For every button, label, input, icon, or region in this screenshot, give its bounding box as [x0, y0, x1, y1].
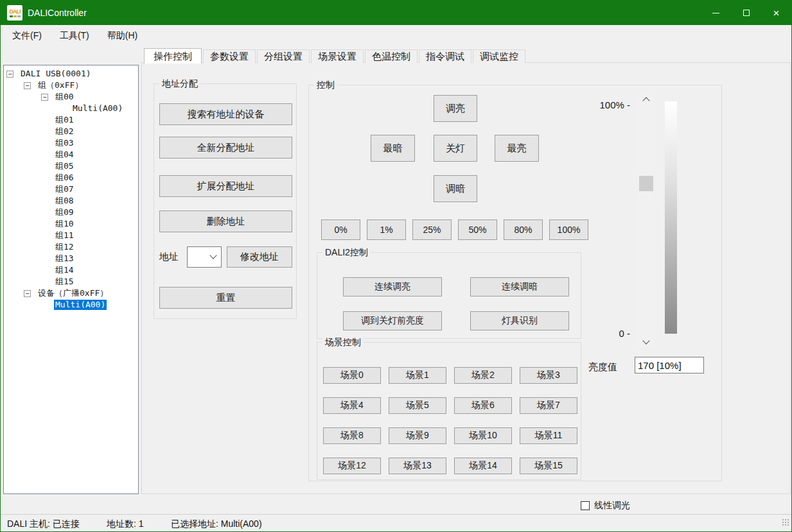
tree-item[interactable]: − Multi(A00): [4, 299, 138, 311]
extend-assign-address-button[interactable]: 扩展分配地址: [159, 175, 292, 197]
tree-item[interactable]: − 组10: [4, 218, 138, 230]
tree-item-label[interactable]: Multi(A00): [71, 103, 124, 114]
scene-button[interactable]: 场景6: [454, 397, 512, 414]
scene-button[interactable]: 场景4: [323, 397, 381, 414]
lamp-off-button[interactable]: 关灯: [434, 135, 477, 162]
tree-item[interactable]: − DALI USB(0001): [4, 68, 138, 80]
tree-item-label[interactable]: 设备（广播0xFF）: [37, 288, 109, 298]
tree-item[interactable]: − 组（0xFF）: [4, 80, 138, 91]
delete-address-button[interactable]: 删除地址: [159, 210, 292, 232]
tree-item-label[interactable]: 组15: [54, 277, 75, 287]
tree-collapse-icon[interactable]: −: [24, 82, 31, 89]
scene-button[interactable]: 场景11: [520, 427, 577, 444]
tab[interactable]: 场景设置: [311, 49, 364, 63]
tree-item-label[interactable]: Multi(A00): [54, 300, 107, 310]
tree-item-label[interactable]: DALI USB(0001): [19, 69, 92, 79]
tree-item[interactable]: − 组15: [4, 276, 138, 287]
tree-item[interactable]: − 组04: [4, 149, 138, 160]
scene-button[interactable]: 场景1: [389, 367, 446, 384]
scene-button[interactable]: 场景15: [520, 458, 577, 474]
tree-item[interactable]: − 组12: [4, 241, 138, 253]
scene-button[interactable]: 场景3: [520, 367, 577, 384]
scrollbar-thumb[interactable]: [639, 176, 653, 191]
tree-item-label[interactable]: 组08: [54, 196, 75, 206]
scroll-down-button[interactable]: [638, 336, 655, 347]
reset-button[interactable]: 重置: [159, 287, 292, 309]
tree-item-label[interactable]: 组03: [54, 138, 75, 148]
tree-item-label[interactable]: 组02: [54, 126, 75, 137]
scene-button[interactable]: 场景13: [389, 458, 446, 474]
tree-item[interactable]: − 组11: [4, 230, 138, 241]
tree-item[interactable]: − 组13: [4, 253, 138, 264]
brightness-scrollbar[interactable]: [638, 94, 655, 347]
percent-button[interactable]: 100%: [549, 219, 588, 240]
tree-item[interactable]: − 组05: [4, 160, 138, 172]
scene-button[interactable]: 场景9: [389, 427, 446, 444]
tree-item-label[interactable]: 组13: [54, 253, 75, 264]
tree-item[interactable]: − 组08: [4, 195, 138, 207]
scene-button[interactable]: 场景10: [454, 427, 512, 444]
scene-button[interactable]: 场景0: [323, 367, 381, 384]
lamp-identify-button[interactable]: 灯具识别: [470, 311, 569, 330]
tab[interactable]: 调试监控: [473, 49, 525, 63]
tree-item[interactable]: − 组06: [4, 172, 138, 184]
tab[interactable]: 分组设置: [257, 49, 310, 63]
tree-item[interactable]: − 组09: [4, 207, 138, 218]
percent-button[interactable]: 80%: [504, 219, 543, 240]
tab[interactable]: 操作控制: [144, 48, 202, 64]
tab[interactable]: 指令调试: [419, 49, 471, 63]
menu-item[interactable]: 帮助(H): [107, 30, 137, 42]
percent-button[interactable]: 0%: [321, 219, 360, 240]
tree-item-label[interactable]: 组11: [54, 230, 75, 241]
tree-item[interactable]: − 组07: [4, 184, 138, 195]
search-addressed-devices-button[interactable]: 搜索有地址的设备: [159, 103, 292, 125]
min-brightness-button[interactable]: 最暗: [371, 135, 415, 162]
tree-item-label[interactable]: 组05: [54, 161, 75, 171]
device-tree[interactable]: − DALI USB(0001) − 组（0xFF） − 组00 − Multi…: [3, 65, 139, 494]
tree-item-label[interactable]: 组12: [54, 242, 75, 252]
tree-collapse-icon[interactable]: −: [6, 71, 13, 78]
tree-item-label[interactable]: 组10: [54, 219, 75, 229]
tree-item[interactable]: − 设备（广播0xFF）: [4, 287, 138, 299]
percent-button[interactable]: 1%: [367, 219, 406, 240]
tree-item-label[interactable]: 组09: [54, 207, 75, 218]
tree-item[interactable]: − 组01: [4, 114, 138, 126]
tree-collapse-icon[interactable]: −: [41, 94, 48, 101]
tree-item-label[interactable]: 组00: [54, 92, 75, 102]
scene-button[interactable]: 场景7: [520, 397, 577, 414]
scene-button[interactable]: 场景14: [454, 458, 512, 474]
scene-button[interactable]: 场景12: [323, 458, 381, 474]
scroll-up-button[interactable]: [638, 94, 655, 105]
tab[interactable]: 参数设置: [203, 49, 256, 63]
scene-button[interactable]: 场景5: [389, 397, 446, 414]
scene-button[interactable]: 场景2: [454, 367, 512, 384]
tree-item-label[interactable]: 组14: [54, 265, 75, 275]
menu-item[interactable]: 工具(T): [60, 30, 89, 42]
scene-button[interactable]: 场景8: [323, 427, 381, 444]
linear-dimming-checkbox[interactable]: [581, 501, 590, 510]
tree-item-label[interactable]: 组07: [54, 184, 75, 194]
dim-button[interactable]: 调暗: [434, 175, 477, 202]
maximize-button[interactable]: [731, 1, 761, 25]
tree-item[interactable]: − 组14: [4, 264, 138, 276]
tab[interactable]: 色温控制: [365, 49, 418, 63]
percent-button[interactable]: 50%: [458, 219, 497, 240]
assign-new-address-button[interactable]: 全新分配地址: [159, 137, 292, 159]
brighten-button[interactable]: 调亮: [434, 95, 477, 122]
continuous-dim-button[interactable]: 连续调暗: [470, 277, 569, 296]
resize-grip[interactable]: [782, 519, 790, 527]
address-combobox[interactable]: [187, 246, 222, 268]
tree-item-label[interactable]: 组01: [54, 115, 75, 125]
tree-collapse-icon[interactable]: −: [24, 290, 31, 297]
brightness-value-input[interactable]: [635, 357, 704, 373]
tree-item-label[interactable]: 组（0xFF）: [37, 80, 84, 90]
max-brightness-button[interactable]: 最亮: [495, 135, 539, 162]
tree-item-label[interactable]: 组06: [54, 173, 75, 183]
tree-item[interactable]: − 组03: [4, 137, 138, 149]
modify-address-button[interactable]: 修改地址: [227, 246, 292, 268]
recall-last-level-button[interactable]: 调到关灯前亮度: [343, 311, 442, 330]
percent-button[interactable]: 25%: [412, 219, 452, 240]
continuous-brighten-button[interactable]: 连续调亮: [343, 277, 442, 296]
tree-item[interactable]: − 组02: [4, 126, 138, 137]
tree-item[interactable]: − Multi(A00): [4, 103, 138, 114]
